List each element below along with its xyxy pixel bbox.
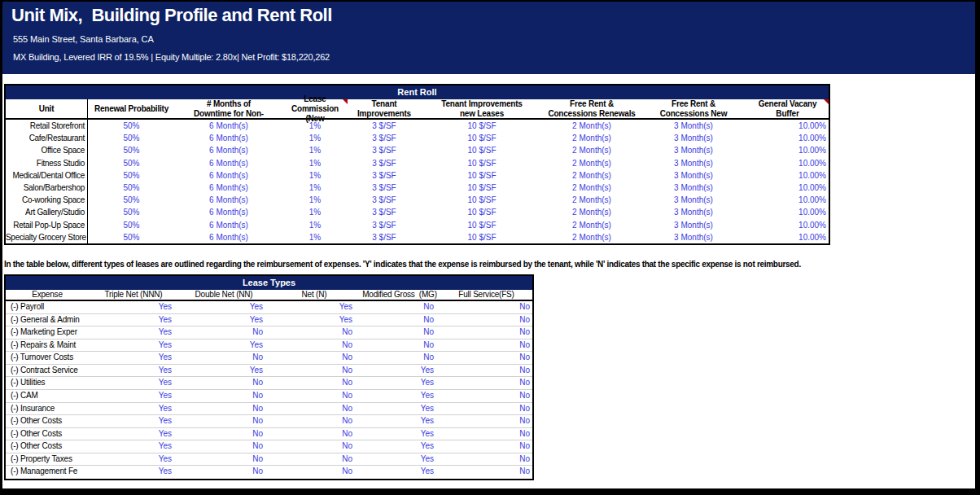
rent-roll-value-cell[interactable]: 2 Month(s): [543, 231, 641, 243]
lease-type-value-cell[interactable]: No: [178, 453, 269, 466]
lease-type-value-cell[interactable]: Yes: [89, 314, 178, 326]
lease-type-value-cell[interactable]: No: [178, 377, 269, 389]
lease-type-value-cell[interactable]: No: [269, 403, 359, 415]
rent-roll-value-cell[interactable]: 3 Month(s): [641, 144, 746, 156]
rent-roll-value-cell[interactable]: 50%: [88, 120, 175, 132]
rent-roll-value-cell[interactable]: 3 Month(s): [641, 182, 746, 194]
lease-type-value-cell[interactable]: Yes: [89, 428, 178, 440]
lease-type-value-cell[interactable]: Yes: [178, 314, 269, 326]
rent-roll-value-cell[interactable]: 6 Month(s): [175, 157, 282, 169]
lease-type-value-cell[interactable]: No: [269, 440, 359, 453]
rent-roll-value-cell[interactable]: 10 $/SF: [421, 231, 543, 243]
rent-roll-value-cell[interactable]: 10.00%: [746, 120, 829, 132]
rent-roll-value-cell[interactable]: 6 Month(s): [175, 120, 282, 132]
rent-roll-value-cell[interactable]: 6 Month(s): [175, 219, 282, 231]
lease-type-value-cell[interactable]: Yes: [89, 301, 178, 313]
rent-roll-value-cell[interactable]: 1%: [282, 194, 348, 206]
lease-type-value-cell[interactable]: No: [178, 390, 269, 402]
rent-roll-value-cell[interactable]: 10 $/SF: [421, 120, 543, 132]
rent-roll-value-cell[interactable]: 10 $/SF: [421, 144, 543, 156]
rent-roll-value-cell[interactable]: 3 $/SF: [348, 182, 421, 194]
rent-roll-value-cell[interactable]: 1%: [282, 206, 348, 218]
lease-type-value-cell[interactable]: No: [178, 466, 269, 479]
rent-roll-value-cell[interactable]: 10 $/SF: [421, 219, 543, 231]
rent-roll-value-cell[interactable]: 3 Month(s): [641, 120, 746, 132]
lease-type-value-cell[interactable]: No: [269, 390, 359, 402]
lease-type-value-cell[interactable]: No: [440, 326, 532, 339]
lease-type-value-cell[interactable]: No: [269, 415, 359, 427]
rent-roll-value-cell[interactable]: 6 Month(s): [175, 182, 282, 194]
lease-type-value-cell[interactable]: Yes: [359, 365, 440, 377]
lease-type-value-cell[interactable]: Yes: [359, 440, 440, 453]
lease-type-value-cell[interactable]: No: [359, 352, 440, 364]
rent-roll-value-cell[interactable]: 50%: [88, 182, 175, 194]
rent-roll-value-cell[interactable]: 10 $/SF: [421, 157, 543, 169]
rent-roll-value-cell[interactable]: 10.00%: [746, 132, 829, 144]
rent-roll-value-cell[interactable]: 3 $/SF: [348, 157, 421, 169]
lease-type-value-cell[interactable]: Yes: [178, 301, 269, 313]
lease-type-value-cell[interactable]: No: [440, 390, 532, 402]
lease-type-value-cell[interactable]: Yes: [89, 440, 178, 453]
rent-roll-value-cell[interactable]: 50%: [88, 132, 175, 144]
lease-type-value-cell[interactable]: No: [359, 339, 440, 352]
rent-roll-value-cell[interactable]: 3 $/SF: [348, 194, 421, 206]
rent-roll-value-cell[interactable]: 10.00%: [746, 206, 829, 218]
rent-roll-value-cell[interactable]: 3 Month(s): [641, 169, 746, 182]
rent-roll-value-cell[interactable]: 3 $/SF: [348, 120, 421, 132]
lease-type-value-cell[interactable]: No: [359, 301, 440, 313]
rent-roll-value-cell[interactable]: 3 Month(s): [641, 219, 746, 231]
rent-roll-value-cell[interactable]: 3 Month(s): [641, 206, 746, 218]
rent-roll-value-cell[interactable]: 50%: [88, 194, 175, 206]
lease-type-value-cell[interactable]: No: [440, 466, 532, 479]
lease-type-value-cell[interactable]: Yes: [359, 428, 440, 440]
lease-type-value-cell[interactable]: No: [178, 352, 269, 364]
lease-type-value-cell[interactable]: Yes: [359, 377, 440, 389]
rent-roll-value-cell[interactable]: 2 Month(s): [543, 120, 641, 132]
rent-roll-value-cell[interactable]: 2 Month(s): [543, 157, 641, 169]
rent-roll-value-cell[interactable]: 10 $/SF: [421, 206, 543, 218]
rent-roll-value-cell[interactable]: 3 $/SF: [348, 219, 421, 231]
rent-roll-value-cell[interactable]: 1%: [282, 231, 348, 243]
lease-type-value-cell[interactable]: Yes: [269, 314, 359, 326]
lease-type-value-cell[interactable]: Yes: [359, 390, 440, 402]
lease-type-value-cell[interactable]: Yes: [89, 403, 178, 415]
lease-type-value-cell[interactable]: Yes: [359, 403, 440, 415]
rent-roll-value-cell[interactable]: 3 Month(s): [641, 194, 746, 206]
lease-type-value-cell[interactable]: Yes: [359, 466, 440, 479]
rent-roll-value-cell[interactable]: 6 Month(s): [175, 144, 282, 156]
lease-type-value-cell[interactable]: Yes: [359, 415, 440, 427]
lease-type-value-cell[interactable]: Yes: [89, 390, 178, 402]
lease-type-value-cell[interactable]: No: [178, 440, 269, 453]
rent-roll-value-cell[interactable]: 3 $/SF: [348, 206, 421, 218]
lease-type-value-cell[interactable]: No: [440, 339, 532, 352]
lease-type-value-cell[interactable]: No: [440, 403, 532, 415]
rent-roll-value-cell[interactable]: 10.00%: [746, 157, 829, 169]
lease-type-value-cell[interactable]: No: [269, 352, 359, 364]
rent-roll-value-cell[interactable]: 10 $/SF: [421, 132, 543, 144]
rent-roll-value-cell[interactable]: 6 Month(s): [175, 206, 282, 218]
rent-roll-value-cell[interactable]: 1%: [282, 169, 348, 182]
lease-type-value-cell[interactable]: No: [178, 403, 269, 415]
rent-roll-value-cell[interactable]: 1%: [282, 219, 348, 231]
lease-type-value-cell[interactable]: No: [440, 352, 532, 364]
rent-roll-value-cell[interactable]: 2 Month(s): [543, 144, 641, 156]
rent-roll-value-cell[interactable]: 1%: [282, 157, 348, 169]
lease-type-value-cell[interactable]: No: [440, 377, 532, 389]
rent-roll-value-cell[interactable]: 2 Month(s): [543, 169, 641, 182]
rent-roll-value-cell[interactable]: 6 Month(s): [175, 169, 282, 182]
lease-type-value-cell[interactable]: No: [178, 326, 269, 339]
lease-type-value-cell[interactable]: No: [269, 339, 359, 352]
rent-roll-value-cell[interactable]: 10.00%: [746, 169, 829, 182]
lease-type-value-cell[interactable]: No: [269, 428, 359, 440]
lease-type-value-cell[interactable]: Yes: [89, 377, 178, 389]
rent-roll-value-cell[interactable]: 10.00%: [746, 194, 829, 206]
rent-roll-value-cell[interactable]: 10.00%: [746, 219, 829, 231]
rent-roll-value-cell[interactable]: 3 $/SF: [348, 169, 421, 182]
lease-type-value-cell[interactable]: Yes: [178, 365, 269, 377]
rent-roll-value-cell[interactable]: 10.00%: [746, 182, 829, 194]
rent-roll-value-cell[interactable]: 2 Month(s): [543, 219, 641, 231]
rent-roll-value-cell[interactable]: 3 $/SF: [348, 132, 421, 144]
rent-roll-value-cell[interactable]: 50%: [88, 144, 175, 156]
lease-type-value-cell[interactable]: Yes: [89, 466, 178, 479]
rent-roll-value-cell[interactable]: 10.00%: [746, 231, 829, 243]
